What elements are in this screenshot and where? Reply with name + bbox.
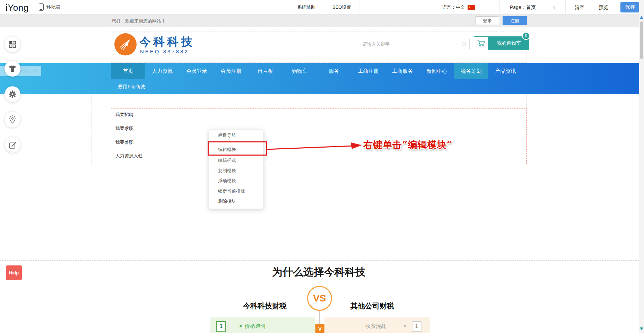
empty-module-outline bbox=[111, 95, 527, 108]
location-tool-button[interactable] bbox=[5, 112, 20, 128]
section-divider bbox=[0, 260, 639, 261]
site-search bbox=[359, 39, 470, 49]
link-part-time[interactable]: 我要兼职 bbox=[115, 139, 133, 146]
save-button[interactable]: 保存 bbox=[620, 2, 640, 12]
right-point-text: 收费混乱 bbox=[365, 323, 386, 330]
topbar-divider bbox=[499, 0, 500, 15]
welcome-greeting: 您好，欢迎来到您的网站！ bbox=[112, 18, 166, 24]
gear-icon bbox=[8, 90, 17, 99]
left-point-number: 1 bbox=[216, 321, 226, 332]
nav-item-services[interactable]: 服务 bbox=[317, 63, 351, 79]
cart-count-badge: 0 bbox=[522, 32, 530, 40]
preview-button[interactable]: 预览 bbox=[599, 0, 608, 15]
ctx-item-copy-module[interactable]: 复制模块 bbox=[209, 166, 264, 176]
module-guide-line bbox=[91, 95, 92, 164]
welcome-bar bbox=[0, 15, 644, 27]
cart-icon-box bbox=[474, 36, 488, 50]
scroll-down-arrow-icon[interactable] bbox=[640, 327, 643, 330]
annotation-arrow bbox=[266, 138, 366, 153]
compare-heading: 为什么选择今科科技 bbox=[111, 265, 527, 279]
left-bullet-icon: ● bbox=[239, 323, 242, 328]
link-i-want-a-job[interactable]: 我要求职 bbox=[115, 125, 133, 132]
location-pin-icon bbox=[8, 115, 17, 124]
edit-tool-button[interactable] bbox=[5, 137, 20, 153]
search-input[interactable] bbox=[359, 39, 459, 49]
nav-item-hr[interactable]: 人力资源 bbox=[145, 63, 180, 79]
language-label: 语言：中文 bbox=[442, 0, 465, 15]
link-i-want-to-hire[interactable]: 我要招聘 bbox=[115, 112, 133, 118]
nav-item-product-info[interactable]: 产品资讯 bbox=[488, 63, 523, 79]
editor-topbar: iYong 移动端 系统辅助 SEO设置 语言：中文 ★ Page：首页 ∨ 清… bbox=[0, 0, 644, 15]
settings-tool-button[interactable] bbox=[5, 86, 20, 102]
nav-item-home[interactable]: 首页 bbox=[111, 63, 145, 79]
ctx-item-edit-style[interactable]: 编辑样式 bbox=[209, 155, 264, 166]
vs-connector-line bbox=[320, 310, 320, 324]
scrollbar-thumb[interactable] bbox=[640, 21, 643, 59]
right-bullet-icon: ● bbox=[403, 323, 406, 328]
scroll-up-arrow-icon[interactable] bbox=[640, 16, 643, 19]
compose-icon bbox=[8, 141, 17, 149]
clear-button[interactable]: 清空 bbox=[575, 0, 584, 15]
ctx-item-delete-module[interactable]: 删除模块 bbox=[209, 196, 264, 207]
topbar-divider bbox=[565, 0, 566, 15]
selected-module-outline: 我要招聘 我要求职 我要兼职 人力资源入驻 bbox=[111, 108, 527, 164]
page-selector[interactable]: Page：首页 bbox=[510, 0, 536, 15]
site-neeq-code: NEEQ:837882 bbox=[140, 49, 189, 54]
nav-item-flip-mall[interactable]: 爱用Flip商城 bbox=[118, 79, 145, 95]
tshirt-icon bbox=[8, 64, 17, 73]
language-selector[interactable]: 语言：中文 ★ bbox=[442, 0, 475, 15]
nav-item-member-login[interactable]: 会员登录 bbox=[180, 63, 214, 79]
right-point-number: 1 bbox=[412, 321, 421, 332]
site-name: 今科科技 bbox=[139, 34, 195, 50]
search-icon[interactable] bbox=[461, 41, 467, 47]
site-logo[interactable] bbox=[114, 33, 137, 55]
grid-icon bbox=[8, 40, 17, 49]
compare-right-panel: 收费混乱 ● 1 bbox=[324, 317, 430, 333]
main-navigation: 网站导航 首页 人力资源 会员登录 会员注册 留言板 购物车 服务 工商注册 工… bbox=[0, 63, 639, 94]
login-button[interactable]: 登录 bbox=[476, 16, 499, 25]
paper-plane-icon bbox=[118, 37, 133, 52]
nav-item-message-board[interactable]: 留言板 bbox=[248, 63, 282, 79]
register-button[interactable]: 注册 bbox=[503, 16, 527, 25]
link-hr-settle-in[interactable]: 人力资源入驻 bbox=[115, 153, 142, 159]
cart-icon bbox=[477, 40, 485, 47]
china-flag-icon: ★ bbox=[468, 5, 475, 10]
compare-left-title: 今科科技财税 bbox=[221, 301, 287, 311]
left-point-text: 价格透明 bbox=[245, 323, 266, 330]
nav-item-business-services[interactable]: 工商服务 bbox=[385, 63, 420, 79]
nav-item-member-register[interactable]: 会员注册 bbox=[214, 63, 248, 79]
nav-row-1: 首页 人力资源 会员登录 会员注册 留言板 购物车 服务 工商注册 工商服务 新… bbox=[111, 63, 523, 79]
ctx-item-column-nav[interactable]: 栏目导航 bbox=[209, 130, 264, 141]
nav-item-tax-planning[interactable]: 税务筹划 bbox=[454, 63, 488, 79]
layout-tool-button[interactable] bbox=[5, 36, 20, 52]
compare-left-panel: 1 ● 价格透明 bbox=[210, 317, 315, 333]
menu-item-system-assist[interactable]: 系统辅助 bbox=[289, 0, 324, 15]
help-button[interactable]: Help bbox=[6, 265, 22, 280]
nav-item-business-register[interactable]: 工商注册 bbox=[351, 63, 385, 79]
nav-item-news-center[interactable]: 新闻中心 bbox=[420, 63, 454, 79]
mobile-label: 移动端 bbox=[46, 4, 60, 10]
ctx-item-lock-layout[interactable]: 锁定当前排版 bbox=[209, 186, 264, 196]
menu-item-seo-settings[interactable]: SEO设置 bbox=[324, 0, 359, 15]
mobile-phone-icon bbox=[39, 3, 44, 11]
page-scrollbar[interactable] bbox=[639, 0, 644, 333]
shop-tool-button[interactable] bbox=[5, 61, 20, 77]
ctx-item-float-module[interactable]: 浮动模块 bbox=[209, 176, 264, 186]
app-logo: iYong bbox=[6, 2, 29, 13]
vs-badge: VS bbox=[307, 286, 332, 311]
chevron-down-icon[interactable]: ∨ bbox=[552, 0, 556, 15]
topbar-menu: 系统辅助 SEO设置 bbox=[289, 0, 359, 15]
highlight-red-box bbox=[208, 141, 267, 156]
annotation-text: 右键单击“编辑模块” bbox=[363, 139, 452, 151]
mobile-toggle[interactable]: 移动端 bbox=[39, 3, 60, 11]
cart-button[interactable]: 我的购物车 bbox=[474, 36, 529, 50]
nav-item-cart[interactable]: 购物车 bbox=[282, 63, 317, 79]
compare-right-title: 其他公司财税 bbox=[350, 301, 416, 311]
